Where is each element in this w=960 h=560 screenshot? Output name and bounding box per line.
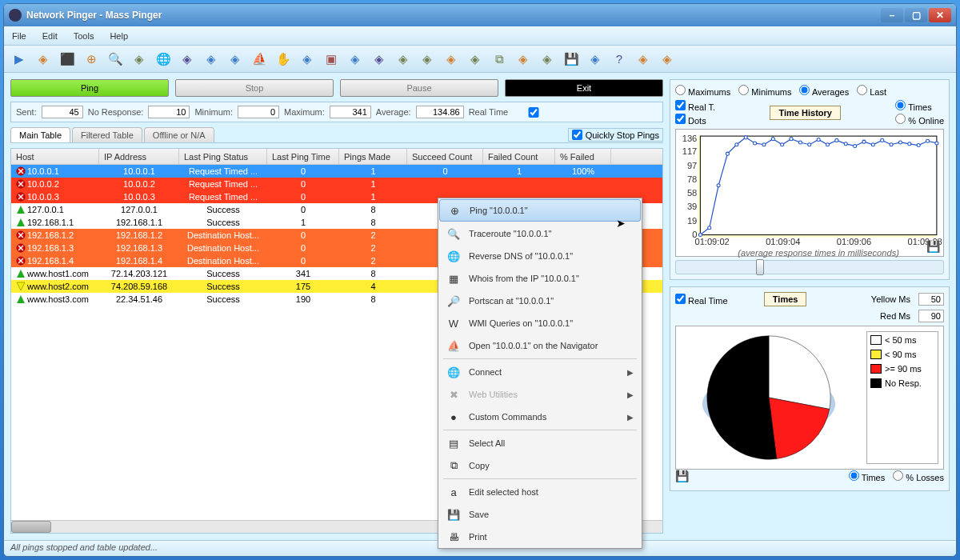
scroll-thumb[interactable] (11, 521, 51, 533)
table-cell: 175 (267, 282, 339, 291)
menu-help[interactable]: Help (110, 31, 128, 41)
th-realt-check[interactable]: Real T. (675, 100, 715, 112)
opt-averages[interactable]: Averages (799, 85, 849, 97)
save-chart-icon[interactable]: 💾 (926, 240, 940, 253)
table-row[interactable]: 10.0.0.210.0.0.2Request Timed ...01 (11, 178, 662, 190)
menu-item-label: Open "10.0.0.1" on the Navigator (469, 341, 598, 350)
toolbar-wand-icon[interactable]: ◈ (345, 49, 366, 70)
toolbar-exit-door-icon[interactable]: ◈ (657, 49, 678, 70)
ping-button[interactable]: Ping (10, 79, 169, 97)
menu-file[interactable]: File (12, 31, 26, 41)
maximize-button[interactable]: ▢ (905, 8, 927, 22)
toolbar-ship-icon[interactable]: ⛵ (249, 49, 270, 70)
toolbar-wm-icon[interactable]: ◈ (225, 49, 246, 70)
context-menu-item[interactable]: 🌐Connect▶ (438, 361, 642, 383)
toolbar-square-icon[interactable]: ◈ (177, 49, 198, 70)
toolbar-help-icon[interactable]: ? (609, 49, 630, 70)
toolbar-magnify-icon[interactable]: ◈ (513, 49, 534, 70)
sent-field[interactable] (42, 106, 83, 118)
table-cell: 10.0.0.3 (11, 192, 99, 202)
context-menu-item[interactable]: 🖶Print (438, 526, 642, 548)
minimize-button[interactable]: – (881, 8, 903, 22)
opt-times-radio[interactable]: Times (849, 470, 885, 482)
context-menu-item[interactable]: ●Custom Commands▶ (438, 406, 642, 428)
col-header[interactable]: Pings Made (339, 149, 407, 164)
toolbar-save-list-icon[interactable]: ◈ (465, 49, 486, 70)
opt-losses-radio[interactable]: % Losses (893, 470, 944, 482)
toolbar-user-mag-icon[interactable]: ◈ (201, 49, 222, 70)
realtime-checkbox[interactable] (513, 107, 554, 118)
max-field[interactable] (330, 106, 371, 118)
col-header[interactable]: Succeed Count (407, 149, 483, 164)
context-menu-item[interactable]: aEdit selected host (438, 481, 642, 503)
noresp-field[interactable] (148, 106, 190, 118)
toolbar-globe-icon[interactable]: 🌐 (153, 49, 174, 70)
toolbar-font-a-icon[interactable]: ◈ (537, 49, 558, 70)
th-dots-check[interactable]: Dots (675, 114, 715, 126)
context-menu-item[interactable]: WWMI Queries on "10.0.0.1" (438, 312, 642, 334)
toolbar-tower-icon[interactable]: ◈ (417, 49, 438, 70)
toolbar-search-icon[interactable]: 🔍 (105, 49, 126, 70)
yellow-ms-field[interactable] (918, 293, 944, 306)
avg-field[interactable] (416, 106, 464, 118)
time-slider[interactable] (675, 260, 944, 274)
times-realtime-check[interactable]: Real Time (675, 294, 728, 306)
toolbar-floppy-icon[interactable]: 💾 (561, 49, 582, 70)
tab-offline[interactable]: Offline or N/A (144, 127, 214, 142)
context-menu-item[interactable]: ▤Select All (438, 432, 642, 454)
context-menu-item[interactable]: 🔎Portscan at "10.0.0.1" (438, 290, 642, 312)
table-cell: Success (179, 269, 267, 278)
toolbar-link-icon[interactable]: ◈ (369, 49, 390, 70)
quickstop-checkbox[interactable] (572, 130, 582, 140)
context-menu-item[interactable]: ⛵Open "10.0.0.1" on the Navigator (438, 334, 642, 357)
times-red-row: Red Ms (675, 310, 944, 322)
stop-button[interactable]: Stop (175, 79, 334, 97)
legend-swatch (870, 364, 882, 374)
toolbar-floppy2-icon[interactable]: ◈ (585, 49, 606, 70)
col-header[interactable]: IP Address (99, 149, 179, 164)
svg-point-12 (735, 143, 738, 146)
table-row[interactable]: 10.0.0.110.0.0.1Request Timed ...0101100… (11, 165, 662, 178)
toolbar-stop-icon[interactable]: ⬛ (57, 49, 78, 70)
opt-minimums[interactable]: Minimums (738, 85, 791, 97)
menu-edit[interactable]: Edit (42, 31, 58, 41)
tab-main[interactable]: Main Table (10, 127, 70, 142)
toolbar-pause-g-icon[interactable]: ◈ (33, 49, 54, 70)
context-menu-item[interactable]: ▦Whois from the IP "10.0.0.1" (438, 267, 642, 290)
context-menu-item[interactable]: 💾Save (438, 503, 642, 526)
tab-filtered[interactable]: Filtered Table (72, 127, 142, 142)
col-header[interactable]: Failed Count (483, 149, 555, 164)
min-field[interactable] (238, 106, 279, 118)
th-times-radio[interactable]: Times (895, 100, 944, 112)
red-ms-field[interactable] (918, 310, 944, 322)
col-header[interactable]: Last Ping Status (179, 149, 267, 164)
toolbar-globe-mag-icon[interactable]: ◈ (129, 49, 150, 70)
opt-maximums[interactable]: Maximums (675, 85, 730, 97)
toolbar-letter-a-icon[interactable]: ◈ (393, 49, 414, 70)
context-menu-item[interactable]: ⧉Copy (438, 454, 642, 477)
slider-thumb[interactable] (756, 259, 764, 275)
exit-button[interactable]: Exit (505, 79, 663, 97)
toolbar-flags-icon[interactable]: ◈ (633, 49, 654, 70)
col-header[interactable]: Last Ping Time (267, 149, 339, 164)
close-button[interactable]: ✕ (929, 8, 951, 22)
th-pctonline-radio[interactable]: % Online (895, 114, 944, 126)
toolbar-copy-icon[interactable]: ⧉ (489, 49, 510, 70)
pause-button[interactable]: Pause (340, 79, 498, 97)
toolbar-shell-icon[interactable]: ◈ (297, 49, 318, 70)
col-header[interactable]: % Failed (555, 149, 611, 164)
context-menu-item[interactable]: 🌐Reverse DNS of "10.0.0.1" (438, 245, 642, 267)
toolbar-tower2-icon[interactable]: ◈ (441, 49, 462, 70)
col-header[interactable]: Host (11, 149, 99, 164)
toolbar-play-icon[interactable]: ▶ (9, 49, 30, 70)
context-menu-item[interactable]: 🔍Traceroute "10.0.0.1" (438, 222, 642, 245)
svg-point-34 (935, 142, 938, 145)
save-pie-icon[interactable]: 💾 (675, 470, 689, 482)
menu-tools[interactable]: Tools (74, 31, 94, 41)
opt-last[interactable]: Last (857, 85, 886, 97)
toolbar-terminal-icon[interactable]: ▣ (321, 49, 342, 70)
svg-point-14 (754, 142, 757, 145)
context-menu-item[interactable]: ⊕Ping "10.0.0.1" (439, 199, 641, 222)
toolbar-target-icon[interactable]: ⊕ (81, 49, 102, 70)
toolbar-hand-icon[interactable]: ✋ (273, 49, 294, 70)
